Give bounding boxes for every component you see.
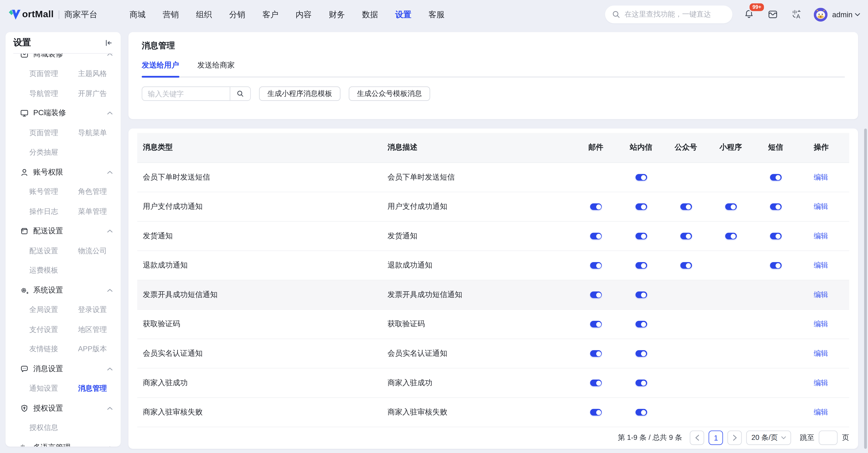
store-button[interactable]: [766, 7, 780, 22]
nav-item-customer[interactable]: 客户: [262, 9, 278, 20]
chevron-up-icon[interactable]: [107, 288, 113, 292]
sidebar-group-delivery-settings[interactable]: 配送设置: [5, 221, 121, 241]
sidebar-item-nav-menu[interactable]: 导航菜单: [78, 123, 121, 143]
inbox-toggle[interactable]: [635, 380, 647, 386]
sidebar-item-page-management-pc[interactable]: 页面管理: [29, 123, 78, 143]
email-toggle[interactable]: [590, 292, 601, 299]
sidebar-group-mall-decoration[interactable]: 商城装修: [5, 54, 121, 64]
edit-link[interactable]: 编辑: [814, 407, 828, 416]
global-search-input[interactable]: 在这里查找功能，一键直达: [605, 5, 733, 23]
page-scrollbar[interactable]: [864, 129, 867, 449]
nav-item-content[interactable]: 内容: [296, 9, 312, 20]
inbox-toggle[interactable]: [635, 174, 647, 181]
sidebar-group-message-settings[interactable]: 消息设置: [5, 359, 121, 379]
sms-toggle[interactable]: [770, 262, 781, 269]
inbox-toggle[interactable]: [635, 204, 647, 210]
generate-official-account-template-button[interactable]: 生成公众号模板消息: [349, 86, 430, 101]
sidebar-collapse-icon[interactable]: [105, 38, 113, 47]
sidebar-item-payment-settings[interactable]: 支付设置: [29, 320, 78, 339]
chevron-up-icon[interactable]: [107, 170, 113, 175]
official-account-toggle[interactable]: [680, 262, 691, 269]
user-menu[interactable]: admin: [814, 7, 860, 21]
edit-link[interactable]: 编辑: [814, 319, 828, 328]
inbox-toggle[interactable]: [635, 409, 647, 416]
language-switch-button[interactable]: 中 A: [789, 7, 804, 22]
nav-item-service[interactable]: 客服: [429, 9, 445, 20]
jump-page-input[interactable]: [819, 431, 838, 445]
nav-item-data[interactable]: 数据: [362, 9, 378, 20]
inbox-toggle[interactable]: [635, 233, 647, 239]
sidebar-item-theme-style[interactable]: 主题风格: [78, 64, 121, 84]
generate-miniprogram-template-button[interactable]: 生成小程序消息模板: [259, 86, 340, 101]
mini-program-toggle[interactable]: [725, 233, 736, 239]
sms-toggle[interactable]: [770, 233, 781, 239]
sidebar-item-logistics-company[interactable]: 物流公司: [78, 241, 121, 261]
tab-send-to-merchants[interactable]: 发送给商家: [197, 60, 235, 77]
notifications-button[interactable]: 99+: [742, 7, 756, 22]
edit-link[interactable]: 编辑: [814, 231, 828, 239]
official-account-toggle[interactable]: [680, 204, 691, 210]
sidebar-item-login-settings[interactable]: 登录设置: [78, 300, 121, 320]
email-toggle[interactable]: [590, 204, 601, 210]
chevron-up-icon[interactable]: [107, 445, 113, 447]
edit-link[interactable]: 编辑: [814, 261, 828, 269]
sidebar-item-notification-settings[interactable]: 通知设置: [29, 379, 78, 398]
chevron-up-icon[interactable]: [107, 54, 113, 56]
sidebar-item-app-version[interactable]: APP版本: [78, 339, 121, 359]
inbox-toggle[interactable]: [635, 262, 647, 269]
sidebar-item-menu-management[interactable]: 菜单管理: [78, 202, 121, 222]
chevron-up-icon[interactable]: [107, 406, 113, 410]
chevron-up-icon[interactable]: [107, 367, 113, 371]
sidebar-item-friendly-links[interactable]: 友情链接: [29, 339, 78, 359]
nav-item-finance[interactable]: 财务: [329, 9, 345, 20]
official-account-toggle[interactable]: [680, 233, 691, 239]
sidebar-item-role-management[interactable]: 角色管理: [78, 182, 121, 202]
edit-link[interactable]: 编辑: [814, 202, 828, 210]
email-toggle[interactable]: [590, 380, 601, 386]
sidebar-item-category-drawer[interactable]: 分类抽屉: [29, 143, 78, 162]
nav-item-marketing[interactable]: 营销: [163, 9, 179, 20]
edit-link[interactable]: 编辑: [814, 173, 828, 181]
email-toggle[interactable]: [590, 350, 601, 357]
edit-link[interactable]: 编辑: [814, 378, 828, 387]
prev-page-button[interactable]: [690, 431, 705, 445]
edit-link[interactable]: 编辑: [814, 349, 828, 357]
inbox-toggle[interactable]: [635, 350, 647, 357]
nav-item-distribution[interactable]: 分销: [229, 9, 245, 20]
sidebar-item-operation-log[interactable]: 操作日志: [29, 202, 78, 222]
sidebar-group-system-settings[interactable]: 系统设置: [5, 280, 121, 300]
sidebar-item-nav-management[interactable]: 导航管理: [29, 84, 78, 104]
sidebar-item-message-management[interactable]: 消息管理: [78, 379, 121, 398]
sidebar-group-account-permission[interactable]: 账号权限: [5, 162, 121, 182]
email-toggle[interactable]: [590, 262, 601, 269]
edit-link[interactable]: 编辑: [814, 290, 828, 299]
email-toggle[interactable]: [590, 321, 601, 328]
inbox-toggle[interactable]: [635, 292, 647, 299]
sidebar-item-page-management[interactable]: 页面管理: [29, 64, 78, 84]
nav-item-organization[interactable]: 组织: [196, 9, 212, 20]
sidebar-item-region-management[interactable]: 地区管理: [78, 320, 121, 339]
next-page-button[interactable]: [727, 431, 742, 445]
page-number-button[interactable]: 1: [709, 431, 723, 445]
sidebar-item-delivery-settings[interactable]: 配送设置: [29, 241, 78, 261]
nav-item-settings[interactable]: 设置: [395, 9, 411, 20]
chevron-up-icon[interactable]: [107, 229, 113, 233]
email-toggle[interactable]: [590, 233, 601, 239]
sidebar-item-splash-ads[interactable]: 开屏广告: [78, 84, 121, 104]
sms-toggle[interactable]: [770, 174, 781, 181]
tab-send-to-users[interactable]: 发送给用户: [142, 60, 179, 77]
page-size-select[interactable]: 20 条/页: [746, 431, 791, 445]
sidebar-group-multilanguage[interactable]: 中 A 多语言管理: [5, 438, 121, 447]
sidebar-item-freight-template[interactable]: 运费模板: [29, 261, 78, 280]
sidebar-item-global-settings[interactable]: 全局设置: [29, 300, 78, 320]
search-button[interactable]: [230, 87, 250, 101]
sidebar-item-authorization-info[interactable]: 授权信息: [29, 418, 78, 438]
sidebar-group-pc-decoration[interactable]: PC端装修: [5, 104, 121, 123]
chevron-up-icon[interactable]: [107, 111, 113, 115]
mini-program-toggle[interactable]: [725, 204, 736, 210]
sidebar-group-authorization-settings[interactable]: 授权设置: [5, 398, 121, 418]
nav-item-mall[interactable]: 商城: [130, 9, 146, 20]
keyword-input[interactable]: [142, 87, 230, 101]
brand[interactable]: ortMall 商家平台: [8, 9, 123, 20]
sidebar-item-account-management[interactable]: 账号管理: [29, 182, 78, 202]
